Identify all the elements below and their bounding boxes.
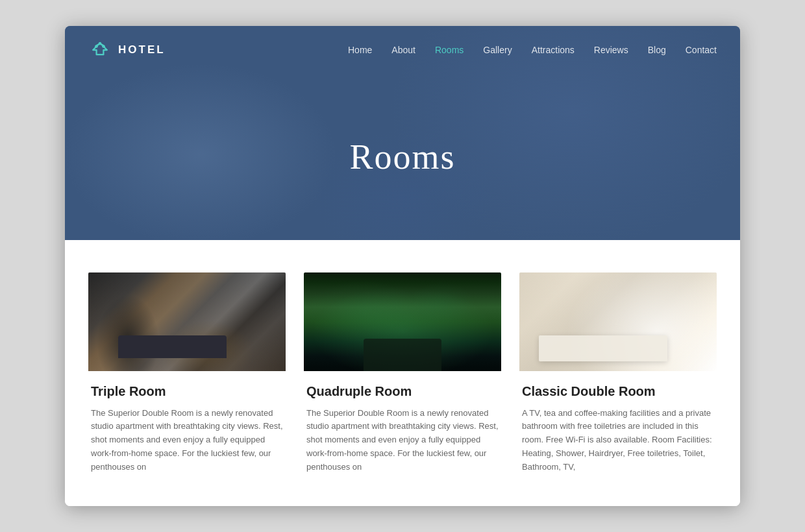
svg-point-1 [102,45,105,48]
nav-item-reviews[interactable]: Reviews [594,44,628,56]
hero-section: HOTEL Home About Rooms Gallery Attractio… [65,26,740,240]
nav-link-reviews[interactable]: Reviews [594,45,628,55]
room-title-quadruple: Quadruple Room [306,384,499,399]
room-image-classic-double [519,272,717,371]
nav-item-attractions[interactable]: Attractions [532,44,575,56]
room-card-classic-double: Classic Double Room A TV, tea and coffee… [519,272,717,481]
nav-item-gallery[interactable]: Gallery [483,44,512,56]
room-card-body-triple: Triple Room The Superior Double Room is … [88,371,286,481]
svg-point-0 [95,45,98,48]
nav-link-rooms[interactable]: Rooms [435,45,464,55]
logo-text: HOTEL [118,43,166,56]
room-card-triple: Triple Room The Superior Double Room is … [88,272,286,481]
nav-link-home[interactable]: Home [348,45,372,55]
browser-window: HOTEL Home About Rooms Gallery Attractio… [65,26,740,507]
nav-logo[interactable]: HOTEL [88,40,166,60]
nav-item-blog[interactable]: Blog [648,44,666,56]
room-desc-quadruple: The Superior Double Room is a newly reno… [306,407,499,474]
main-nav: HOTEL Home About Rooms Gallery Attractio… [65,26,740,74]
room-card-quadruple: Quadruple Room The Superior Double Room … [304,272,501,481]
nav-link-blog[interactable]: Blog [648,45,666,55]
room-title-classic-double: Classic Double Room [522,384,714,399]
room-title-triple: Triple Room [91,384,283,399]
svg-point-2 [99,42,102,45]
hero-title: Rooms [349,137,455,177]
nav-links-list: Home About Rooms Gallery Attractions Rev… [348,44,717,56]
nav-item-home[interactable]: Home [348,44,372,56]
nav-item-about[interactable]: About [391,44,415,56]
nav-item-rooms[interactable]: Rooms [435,44,464,56]
room-card-body-quadruple: Quadruple Room The Superior Double Room … [304,371,501,481]
nav-link-attractions[interactable]: Attractions [532,45,575,55]
rooms-grid: Triple Room The Superior Double Room is … [88,272,717,481]
nav-link-about[interactable]: About [391,45,415,55]
room-image-quadruple [304,272,501,371]
nav-link-contact[interactable]: Contact [686,45,717,55]
room-image-triple [88,272,286,371]
logo-icon [88,40,112,60]
nav-link-gallery[interactable]: Gallery [483,45,512,55]
room-card-body-classic-double: Classic Double Room A TV, tea and coffee… [519,371,717,481]
room-desc-classic-double: A TV, tea and coffee-making facilities a… [522,407,714,474]
room-desc-triple: The Superior Double Room is a newly reno… [91,407,283,474]
content-section: Triple Room The Superior Double Room is … [65,240,740,507]
hero-title-wrap: Rooms [65,74,740,240]
nav-item-contact[interactable]: Contact [686,44,717,56]
